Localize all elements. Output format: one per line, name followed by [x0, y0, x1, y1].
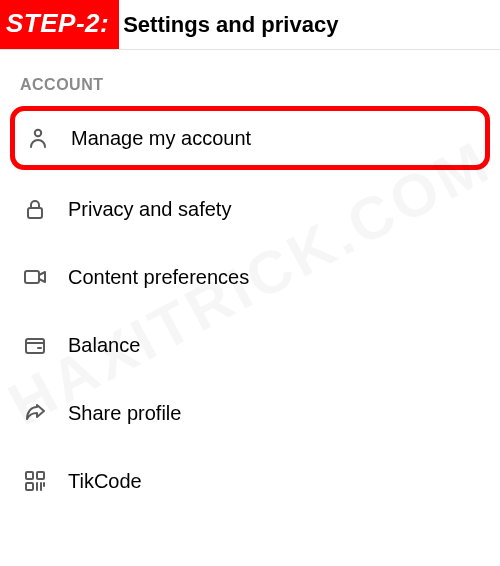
video-icon [22, 264, 48, 290]
svg-rect-1 [28, 208, 42, 218]
svg-rect-3 [26, 339, 44, 353]
qr-icon [22, 468, 48, 494]
menu-item-balance[interactable]: Balance [10, 316, 490, 374]
svg-rect-4 [26, 472, 33, 479]
page-title: Settings and privacy [119, 12, 338, 38]
lock-icon [22, 196, 48, 222]
menu-item-tikcode[interactable]: TikCode [10, 452, 490, 510]
menu-item-label: Share profile [48, 402, 181, 425]
menu-item-content-preferences[interactable]: Content preferences [10, 248, 490, 306]
settings-menu: Manage my account Privacy and safety Con… [0, 106, 500, 510]
menu-item-label: Manage my account [51, 127, 251, 150]
wallet-icon [22, 332, 48, 358]
svg-rect-5 [37, 472, 44, 479]
menu-item-label: Content preferences [48, 266, 249, 289]
section-label-account: ACCOUNT [0, 50, 500, 106]
menu-item-label: Balance [48, 334, 140, 357]
menu-item-privacy-safety[interactable]: Privacy and safety [10, 180, 490, 238]
step-badge: STEP-2: [0, 0, 119, 49]
svg-point-0 [35, 130, 41, 136]
menu-item-manage-account[interactable]: Manage my account [10, 106, 490, 170]
menu-item-label: TikCode [48, 470, 142, 493]
svg-rect-6 [26, 483, 33, 490]
menu-item-share-profile[interactable]: Share profile [10, 384, 490, 442]
menu-item-label: Privacy and safety [48, 198, 231, 221]
page-header: STEP-2: Settings and privacy [0, 0, 500, 50]
svg-rect-2 [25, 271, 39, 283]
person-icon [25, 125, 51, 151]
share-icon [22, 400, 48, 426]
